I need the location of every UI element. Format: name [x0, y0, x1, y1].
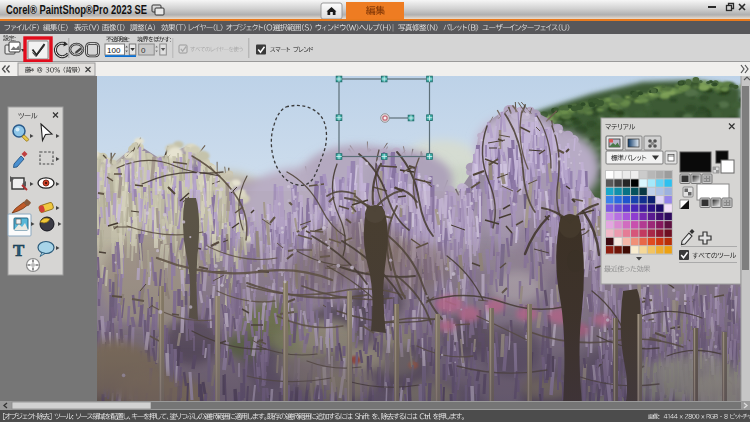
svg-text:Corel® PaintShop®Pro 2023 SE: Corel® PaintShop®Pro 2023 SE [6, 3, 147, 17]
svg-text:100: 100 [107, 46, 121, 55]
svg-text:T: T [13, 241, 25, 260]
svg-text:0: 0 [141, 46, 146, 55]
